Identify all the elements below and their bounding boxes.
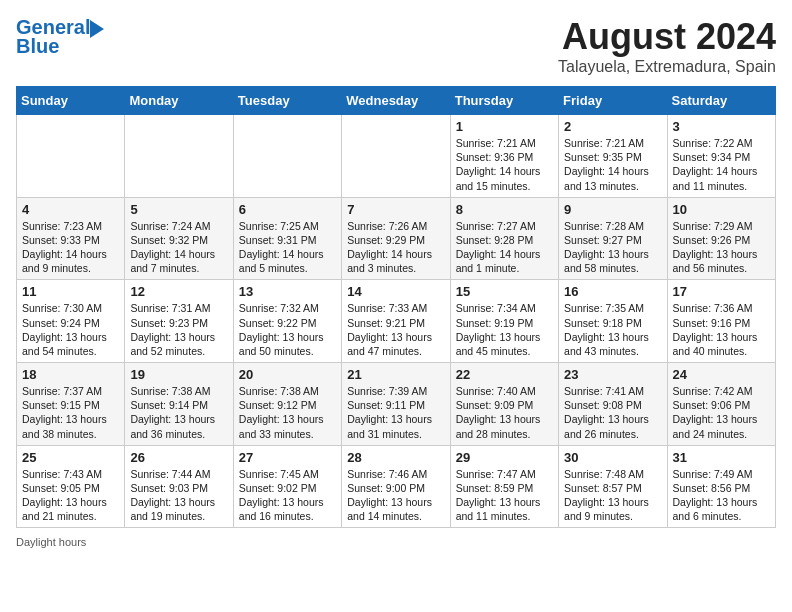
day-info: Sunrise: 7:22 AM Sunset: 9:34 PM Dayligh…: [673, 136, 770, 193]
day-info: Sunrise: 7:38 AM Sunset: 9:12 PM Dayligh…: [239, 384, 336, 441]
day-header-thursday: Thursday: [450, 87, 558, 115]
day-number: 7: [347, 202, 444, 217]
day-number: 29: [456, 450, 553, 465]
day-header-friday: Friday: [559, 87, 667, 115]
day-number: 24: [673, 367, 770, 382]
day-info: Sunrise: 7:33 AM Sunset: 9:21 PM Dayligh…: [347, 301, 444, 358]
calendar-cell: 10Sunrise: 7:29 AM Sunset: 9:26 PM Dayli…: [667, 197, 775, 280]
day-number: 26: [130, 450, 227, 465]
calendar-week-1: 1Sunrise: 7:21 AM Sunset: 9:36 PM Daylig…: [17, 115, 776, 198]
calendar-cell: 4Sunrise: 7:23 AM Sunset: 9:33 PM Daylig…: [17, 197, 125, 280]
day-info: Sunrise: 7:41 AM Sunset: 9:08 PM Dayligh…: [564, 384, 661, 441]
calendar-cell: 17Sunrise: 7:36 AM Sunset: 9:16 PM Dayli…: [667, 280, 775, 363]
calendar-cell: 14Sunrise: 7:33 AM Sunset: 9:21 PM Dayli…: [342, 280, 450, 363]
day-number: 3: [673, 119, 770, 134]
day-header-tuesday: Tuesday: [233, 87, 341, 115]
day-number: 19: [130, 367, 227, 382]
calendar-cell: 24Sunrise: 7:42 AM Sunset: 9:06 PM Dayli…: [667, 363, 775, 446]
day-number: 23: [564, 367, 661, 382]
calendar-cell: 12Sunrise: 7:31 AM Sunset: 9:23 PM Dayli…: [125, 280, 233, 363]
calendar-cell: 8Sunrise: 7:27 AM Sunset: 9:28 PM Daylig…: [450, 197, 558, 280]
calendar-cell: 28Sunrise: 7:46 AM Sunset: 9:00 PM Dayli…: [342, 445, 450, 528]
day-number: 10: [673, 202, 770, 217]
day-info: Sunrise: 7:28 AM Sunset: 9:27 PM Dayligh…: [564, 219, 661, 276]
calendar-week-3: 11Sunrise: 7:30 AM Sunset: 9:24 PM Dayli…: [17, 280, 776, 363]
day-info: Sunrise: 7:32 AM Sunset: 9:22 PM Dayligh…: [239, 301, 336, 358]
calendar-cell: 20Sunrise: 7:38 AM Sunset: 9:12 PM Dayli…: [233, 363, 341, 446]
calendar-cell: 23Sunrise: 7:41 AM Sunset: 9:08 PM Dayli…: [559, 363, 667, 446]
day-number: 4: [22, 202, 119, 217]
calendar-cell: 3Sunrise: 7:22 AM Sunset: 9:34 PM Daylig…: [667, 115, 775, 198]
calendar-cell: 26Sunrise: 7:44 AM Sunset: 9:03 PM Dayli…: [125, 445, 233, 528]
calendar-header-row: SundayMondayTuesdayWednesdayThursdayFrid…: [17, 87, 776, 115]
day-number: 16: [564, 284, 661, 299]
calendar-cell: 7Sunrise: 7:26 AM Sunset: 9:29 PM Daylig…: [342, 197, 450, 280]
calendar-cell: [342, 115, 450, 198]
logo-triangle-icon: [90, 20, 104, 38]
day-number: 28: [347, 450, 444, 465]
day-info: Sunrise: 7:36 AM Sunset: 9:16 PM Dayligh…: [673, 301, 770, 358]
calendar-week-5: 25Sunrise: 7:43 AM Sunset: 9:05 PM Dayli…: [17, 445, 776, 528]
day-info: Sunrise: 7:38 AM Sunset: 9:14 PM Dayligh…: [130, 384, 227, 441]
day-number: 12: [130, 284, 227, 299]
location-title: Talayuela, Extremadura, Spain: [558, 58, 776, 76]
day-header-saturday: Saturday: [667, 87, 775, 115]
day-info: Sunrise: 7:40 AM Sunset: 9:09 PM Dayligh…: [456, 384, 553, 441]
day-number: 1: [456, 119, 553, 134]
day-info: Sunrise: 7:48 AM Sunset: 8:57 PM Dayligh…: [564, 467, 661, 524]
day-number: 13: [239, 284, 336, 299]
day-info: Sunrise: 7:21 AM Sunset: 9:35 PM Dayligh…: [564, 136, 661, 193]
calendar-cell: 2Sunrise: 7:21 AM Sunset: 9:35 PM Daylig…: [559, 115, 667, 198]
day-info: Sunrise: 7:45 AM Sunset: 9:02 PM Dayligh…: [239, 467, 336, 524]
calendar-cell: [233, 115, 341, 198]
day-info: Sunrise: 7:30 AM Sunset: 9:24 PM Dayligh…: [22, 301, 119, 358]
day-number: 2: [564, 119, 661, 134]
day-info: Sunrise: 7:47 AM Sunset: 8:59 PM Dayligh…: [456, 467, 553, 524]
day-number: 8: [456, 202, 553, 217]
day-number: 11: [22, 284, 119, 299]
day-info: Sunrise: 7:27 AM Sunset: 9:28 PM Dayligh…: [456, 219, 553, 276]
calendar-cell: 30Sunrise: 7:48 AM Sunset: 8:57 PM Dayli…: [559, 445, 667, 528]
calendar-cell: 16Sunrise: 7:35 AM Sunset: 9:18 PM Dayli…: [559, 280, 667, 363]
day-number: 22: [456, 367, 553, 382]
calendar-cell: 29Sunrise: 7:47 AM Sunset: 8:59 PM Dayli…: [450, 445, 558, 528]
day-info: Sunrise: 7:43 AM Sunset: 9:05 PM Dayligh…: [22, 467, 119, 524]
day-number: 9: [564, 202, 661, 217]
calendar-cell: 22Sunrise: 7:40 AM Sunset: 9:09 PM Dayli…: [450, 363, 558, 446]
day-number: 17: [673, 284, 770, 299]
day-info: Sunrise: 7:29 AM Sunset: 9:26 PM Dayligh…: [673, 219, 770, 276]
calendar-cell: [125, 115, 233, 198]
calendar-cell: 15Sunrise: 7:34 AM Sunset: 9:19 PM Dayli…: [450, 280, 558, 363]
day-number: 20: [239, 367, 336, 382]
day-number: 27: [239, 450, 336, 465]
calendar-cell: 6Sunrise: 7:25 AM Sunset: 9:31 PM Daylig…: [233, 197, 341, 280]
calendar-cell: 19Sunrise: 7:38 AM Sunset: 9:14 PM Dayli…: [125, 363, 233, 446]
page-header: General Blue August 2024 Talayuela, Extr…: [16, 16, 776, 76]
day-info: Sunrise: 7:24 AM Sunset: 9:32 PM Dayligh…: [130, 219, 227, 276]
day-header-sunday: Sunday: [17, 87, 125, 115]
calendar-table: SundayMondayTuesdayWednesdayThursdayFrid…: [16, 86, 776, 528]
day-info: Sunrise: 7:23 AM Sunset: 9:33 PM Dayligh…: [22, 219, 119, 276]
calendar-cell: [17, 115, 125, 198]
footer: Daylight hours: [16, 536, 776, 548]
day-info: Sunrise: 7:37 AM Sunset: 9:15 PM Dayligh…: [22, 384, 119, 441]
calendar-week-4: 18Sunrise: 7:37 AM Sunset: 9:15 PM Dayli…: [17, 363, 776, 446]
day-number: 6: [239, 202, 336, 217]
day-number: 15: [456, 284, 553, 299]
day-number: 14: [347, 284, 444, 299]
day-info: Sunrise: 7:42 AM Sunset: 9:06 PM Dayligh…: [673, 384, 770, 441]
day-number: 21: [347, 367, 444, 382]
calendar-cell: 31Sunrise: 7:49 AM Sunset: 8:56 PM Dayli…: [667, 445, 775, 528]
day-info: Sunrise: 7:21 AM Sunset: 9:36 PM Dayligh…: [456, 136, 553, 193]
daylight-label: Daylight hours: [16, 536, 86, 548]
day-info: Sunrise: 7:25 AM Sunset: 9:31 PM Dayligh…: [239, 219, 336, 276]
day-info: Sunrise: 7:44 AM Sunset: 9:03 PM Dayligh…: [130, 467, 227, 524]
month-title: August 2024: [558, 16, 776, 58]
day-header-wednesday: Wednesday: [342, 87, 450, 115]
calendar-title-area: August 2024 Talayuela, Extremadura, Spai…: [558, 16, 776, 76]
calendar-cell: 9Sunrise: 7:28 AM Sunset: 9:27 PM Daylig…: [559, 197, 667, 280]
day-info: Sunrise: 7:34 AM Sunset: 9:19 PM Dayligh…: [456, 301, 553, 358]
calendar-cell: 25Sunrise: 7:43 AM Sunset: 9:05 PM Dayli…: [17, 445, 125, 528]
day-info: Sunrise: 7:26 AM Sunset: 9:29 PM Dayligh…: [347, 219, 444, 276]
day-number: 30: [564, 450, 661, 465]
